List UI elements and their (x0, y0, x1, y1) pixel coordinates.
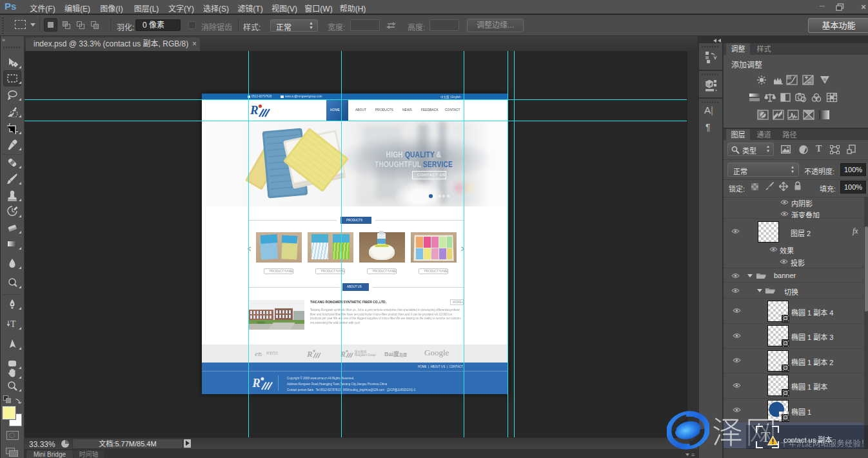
svg-text:R: R (307, 349, 313, 359)
svg-text:R: R (250, 103, 259, 117)
svg-text:T: T (10, 319, 16, 329)
svg-text:R: R (252, 376, 261, 390)
